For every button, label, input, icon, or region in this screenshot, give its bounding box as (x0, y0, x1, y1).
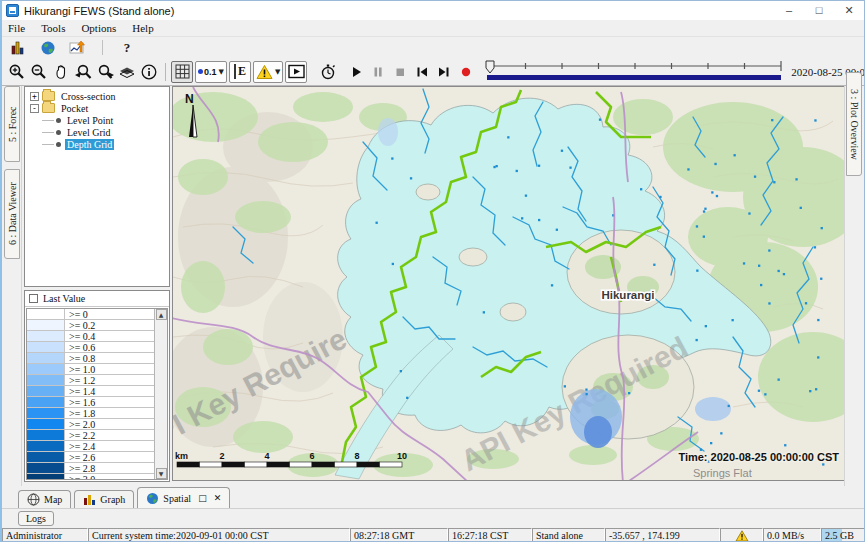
dot-icon (198, 69, 203, 74)
svg-text:8: 8 (354, 451, 359, 461)
layers-tree: + Cross-section - Pocket (24, 86, 170, 287)
svg-text:6: 6 (309, 451, 314, 461)
zoom-next-icon[interactable] (94, 61, 116, 83)
contour-interval-dropdown[interactable]: 0.1 ▼ (195, 61, 227, 83)
tab-graph-label: Graph (100, 494, 125, 505)
scroll-up-icon[interactable]: ▲ (156, 309, 167, 320)
zoom-previous-icon[interactable] (72, 61, 94, 83)
map-display-icon[interactable] (38, 39, 58, 57)
zoom-out-icon[interactable] (28, 61, 50, 83)
scroll-down-icon[interactable]: ▼ (156, 468, 167, 479)
legend-scrollbar[interactable]: ▲ ▼ (154, 309, 167, 479)
timeseries-display-icon[interactable] (68, 39, 88, 57)
last-value-checkbox[interactable] (29, 294, 38, 303)
legend-color-swatch (27, 342, 65, 352)
legend-row: >= 0.4 (27, 331, 154, 342)
database-viewer-icon[interactable] (8, 39, 28, 57)
tab-forecasts[interactable]: 5 : Forec (4, 86, 20, 162)
logs-button[interactable]: Logs (18, 511, 54, 526)
legend-row: >= 0.2 (27, 320, 154, 331)
menu-item[interactable]: Options (81, 22, 116, 34)
record-icon[interactable] (455, 61, 477, 83)
legend-row-label: >= 1.2 (65, 375, 154, 385)
legend-row: >= 2.2 (27, 430, 154, 441)
tree-toggle-icon[interactable]: + (30, 92, 39, 101)
legend-panel: Last Value >= 0 >= 0.2 (24, 290, 170, 482)
tab-map-label: Map (44, 494, 62, 505)
tree-item[interactable]: - Pocket (25, 102, 169, 114)
tree-item-label[interactable]: Level Grid (65, 127, 113, 138)
legend-row-label: >= 2.0 (65, 419, 154, 429)
svg-text:km: km (175, 451, 188, 461)
map-canvas[interactable]: API Key Required API Key Required (172, 86, 848, 481)
legend-color-swatch (27, 386, 65, 396)
play-icon[interactable] (345, 61, 367, 83)
tree-item-label[interactable]: Level Point (65, 115, 115, 126)
status-warning-cell[interactable] (720, 528, 763, 542)
maximize-icon[interactable]: □ (804, 1, 834, 20)
wire-globe-icon (27, 493, 40, 506)
tree-item[interactable]: Level Point (25, 114, 169, 126)
step-to-start-icon[interactable] (411, 61, 433, 83)
help-icon[interactable]: ? (117, 39, 137, 57)
chevron-down-icon: ▼ (275, 68, 280, 76)
logs-row: Logs (2, 509, 864, 528)
menu-item[interactable]: Help (132, 22, 153, 34)
tree-item[interactable]: Depth Grid (25, 138, 169, 150)
grid-display-button[interactable] (171, 61, 193, 83)
animation-panel-button[interactable] (285, 61, 307, 83)
tab-graph[interactable]: Graph (74, 490, 134, 508)
warning-threshold-dropdown[interactable]: ▼ (253, 61, 283, 83)
layer-bullet-icon (56, 118, 61, 123)
legend-row: >= 0.8 (27, 353, 154, 364)
info-icon[interactable] (138, 61, 160, 83)
tree-toggle-icon[interactable]: - (30, 104, 39, 113)
right-tab-strip: 3 : Plot Overview (844, 86, 864, 486)
tab-map[interactable]: Map (18, 490, 71, 508)
pan-hand-icon[interactable] (50, 61, 72, 83)
menu-item[interactable]: Tools (41, 22, 65, 34)
zoom-in-icon[interactable] (6, 61, 28, 83)
float-panel-icon[interactable]: □ (198, 493, 207, 503)
legend-row-label: >= 2.4 (65, 441, 154, 451)
legend-color-swatch (27, 353, 65, 363)
status-gmt-time: 08:27:18 GMT (350, 528, 448, 542)
labels-toggle-button[interactable]: E (229, 61, 251, 83)
tab-plot-overview[interactable]: 3 : Plot Overview (846, 72, 862, 176)
legend-row-label: >= 1.4 (65, 386, 154, 396)
close-icon[interactable]: ✕ (834, 1, 864, 20)
status-user: Administrator (2, 528, 88, 542)
title-bar: Hikurangi FEWS (Stand alone) – □ ✕ (2, 1, 864, 20)
tab-data-viewer[interactable]: 6 : Data Viewer (4, 169, 20, 259)
legend-row-label: >= 0.4 (65, 331, 154, 341)
layer-bullet-icon (56, 142, 61, 147)
animation-settings-icon[interactable] (317, 61, 339, 83)
tab-spatial[interactable]: Spatial □ ✕ (137, 487, 230, 508)
map-time-label: Time: 2020-08-25 00:00:00 CST (678, 451, 839, 463)
step-to-end-icon[interactable] (433, 61, 455, 83)
tree-item-label[interactable]: Depth Grid (65, 139, 114, 150)
area-label: Springs Flat (693, 467, 752, 479)
legend-row: >= 0.6 (27, 342, 154, 353)
tree-item[interactable]: Level Grid (25, 126, 169, 138)
folder-icon (42, 103, 55, 113)
status-system-time: Current system time:2020-09-01 00:00 CST (88, 528, 350, 542)
status-local-time: 16:27:18 CST (448, 528, 532, 542)
svg-text:2: 2 (219, 451, 224, 461)
pause-icon[interactable] (367, 61, 389, 83)
legend-row: >= 1.6 (27, 397, 154, 408)
tree-item-label[interactable]: Pocket (59, 103, 90, 114)
minimize-icon[interactable]: – (774, 1, 804, 20)
legend-row: >= 0 (27, 309, 154, 320)
stop-icon[interactable] (389, 61, 411, 83)
legend-row-label: >= 0.8 (65, 353, 154, 363)
close-panel-icon[interactable]: ✕ (214, 493, 222, 503)
globe-icon (146, 492, 159, 505)
menu-item[interactable]: File (8, 22, 25, 34)
time-slider[interactable] (485, 59, 785, 85)
tree-item-label[interactable]: Cross-section (59, 91, 117, 102)
legend-color-swatch (27, 375, 65, 385)
layers-icon[interactable] (116, 61, 138, 83)
bottom-tab-bar: Map Graph Spatial □ ✕ (2, 486, 864, 509)
legend-color-swatch (27, 331, 65, 341)
